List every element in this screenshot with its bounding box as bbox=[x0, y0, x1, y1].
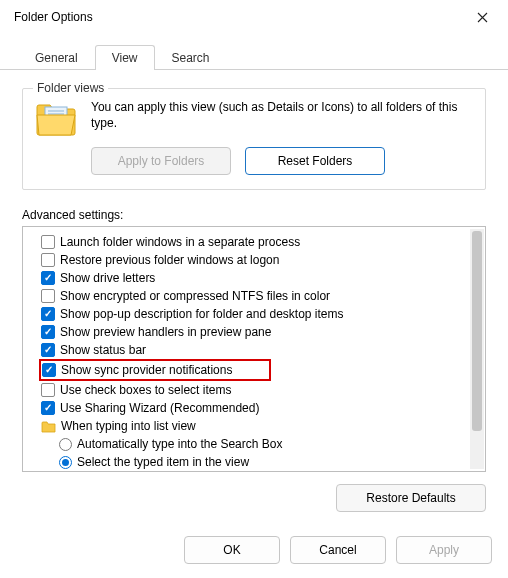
scrollbar-thumb[interactable] bbox=[472, 231, 482, 431]
list-item-label: Use Sharing Wizard (Recommended) bbox=[60, 401, 259, 415]
folder-mini-icon bbox=[41, 420, 56, 433]
scrollbar[interactable] bbox=[470, 229, 484, 469]
tab-content-view: Folder views You can apply this view (su… bbox=[0, 70, 508, 526]
checkbox-icon[interactable] bbox=[41, 289, 55, 303]
titlebar: Folder Options bbox=[0, 0, 508, 34]
checkbox-icon[interactable] bbox=[41, 253, 55, 267]
list-item-label: Show drive letters bbox=[60, 271, 155, 285]
list-item[interactable]: Show pop-up description for folder and d… bbox=[41, 305, 467, 323]
list-item[interactable]: Use check boxes to select items bbox=[41, 381, 467, 399]
list-item-label: Show pop-up description for folder and d… bbox=[60, 307, 344, 321]
checkbox-icon[interactable] bbox=[41, 343, 55, 357]
list-item-label: Show encrypted or compressed NTFS files … bbox=[60, 289, 330, 303]
checkbox-icon[interactable] bbox=[41, 383, 55, 397]
reset-folders-button[interactable]: Reset Folders bbox=[245, 147, 385, 175]
tab-general[interactable]: General bbox=[18, 45, 95, 70]
radio-icon[interactable] bbox=[59, 456, 72, 469]
list-item-label: When typing into list view bbox=[61, 419, 196, 433]
list-item[interactable]: Use Sharing Wizard (Recommended) bbox=[41, 399, 467, 417]
list-item-label: Show sync provider notifications bbox=[61, 363, 232, 377]
advanced-settings-list[interactable]: Launch folder windows in a separate proc… bbox=[22, 226, 486, 472]
checkbox-icon[interactable] bbox=[41, 235, 55, 249]
folder-views-text: You can apply this view (such as Details… bbox=[91, 99, 473, 131]
tab-search[interactable]: Search bbox=[155, 45, 227, 70]
checkbox-icon[interactable] bbox=[42, 363, 56, 377]
list-item-label: Restore previous folder windows at logon bbox=[60, 253, 279, 267]
checkbox-icon[interactable] bbox=[41, 401, 55, 415]
folder-options-window: Folder Options General View Search Folde… bbox=[0, 0, 508, 578]
list-item[interactable]: Launch folder windows in a separate proc… bbox=[41, 233, 467, 251]
ok-button[interactable]: OK bbox=[184, 536, 280, 564]
tab-view[interactable]: View bbox=[95, 45, 155, 70]
radio-icon[interactable] bbox=[59, 438, 72, 451]
list-item[interactable]: Show status bar bbox=[41, 341, 467, 359]
advanced-settings-label: Advanced settings: bbox=[22, 208, 486, 222]
list-item[interactable]: Restore previous folder windows at logon bbox=[41, 251, 467, 269]
list-item-label: Show status bar bbox=[60, 343, 146, 357]
tab-strip: General View Search bbox=[0, 42, 508, 70]
list-item-label: Select the typed item in the view bbox=[77, 455, 249, 469]
list-item[interactable]: Show sync provider notifications bbox=[39, 359, 271, 381]
apply-button: Apply bbox=[396, 536, 492, 564]
close-button[interactable] bbox=[464, 4, 500, 30]
list-item-label: Use check boxes to select items bbox=[60, 383, 231, 397]
list-item-label: Launch folder windows in a separate proc… bbox=[60, 235, 300, 249]
list-item[interactable]: Show drive letters bbox=[41, 269, 467, 287]
restore-defaults-button[interactable]: Restore Defaults bbox=[336, 484, 486, 512]
list-item[interactable]: Show preview handlers in preview pane bbox=[41, 323, 467, 341]
checkbox-icon[interactable] bbox=[41, 325, 55, 339]
list-item[interactable]: Automatically type into the Search Box bbox=[59, 435, 467, 453]
checkbox-icon[interactable] bbox=[41, 271, 55, 285]
apply-to-folders-button: Apply to Folders bbox=[91, 147, 231, 175]
list-item[interactable]: Select the typed item in the view bbox=[59, 453, 467, 471]
list-item-label: Show preview handlers in preview pane bbox=[60, 325, 271, 339]
dialog-buttons: OK Cancel Apply bbox=[0, 526, 508, 578]
list-item[interactable]: When typing into list view bbox=[41, 417, 467, 435]
window-title: Folder Options bbox=[14, 10, 93, 24]
list-item[interactable]: Show encrypted or compressed NTFS files … bbox=[41, 287, 467, 305]
folder-views-label: Folder views bbox=[33, 81, 108, 95]
close-icon bbox=[477, 12, 488, 23]
list-item-label: Automatically type into the Search Box bbox=[77, 437, 282, 451]
folder-views-group: Folder views You can apply this view (su… bbox=[22, 88, 486, 190]
folder-icon bbox=[35, 99, 77, 137]
cancel-button[interactable]: Cancel bbox=[290, 536, 386, 564]
checkbox-icon[interactable] bbox=[41, 307, 55, 321]
